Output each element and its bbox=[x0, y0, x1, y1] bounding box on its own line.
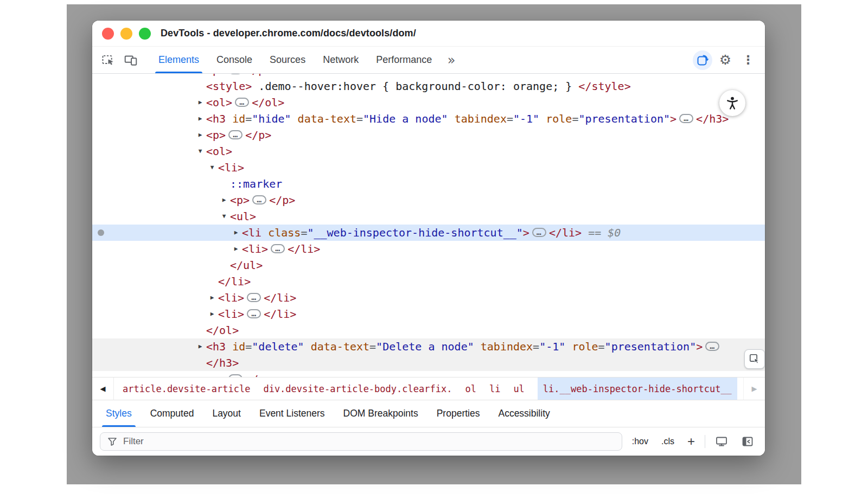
code-token-plain bbox=[261, 226, 268, 239]
dom-tree-row[interactable]: ▶<p>…</p> bbox=[92, 74, 765, 78]
zoom-window-button[interactable] bbox=[139, 28, 151, 40]
breadcrumb-scroll-right-button[interactable]: ▶ bbox=[743, 378, 765, 400]
inline-expand-button[interactable]: … bbox=[679, 114, 693, 123]
sidebar-tab-accessibility[interactable]: Accessibility bbox=[489, 400, 559, 427]
inline-expand-button[interactable]: … bbox=[271, 244, 285, 253]
toolbar-spacer bbox=[462, 47, 691, 73]
expand-arrow-icon[interactable]: ▶ bbox=[195, 74, 205, 78]
breadcrumb-item[interactable]: div.devsite-article-body.clearfix. bbox=[263, 378, 452, 400]
expand-arrow-icon[interactable]: ▶ bbox=[219, 192, 229, 208]
breadcrumb-item[interactable]: li.__web-inspector-hide-shortcut__ bbox=[538, 378, 737, 400]
dom-tree-row[interactable]: ▼<ol> bbox=[92, 143, 765, 159]
dom-tree-row[interactable]: ▶<li>…</li> bbox=[92, 290, 765, 306]
expand-arrow-icon[interactable]: ▶ bbox=[195, 338, 205, 355]
sidebar-tab-computed[interactable]: Computed bbox=[141, 400, 203, 427]
tab-network[interactable]: Network bbox=[314, 47, 367, 73]
dom-tree-row[interactable]: ▼<li> bbox=[92, 159, 765, 176]
inline-expand-button[interactable]: … bbox=[228, 130, 242, 139]
inline-expand-button[interactable]: … bbox=[247, 309, 261, 318]
sidebar-tab-event-listeners[interactable]: Event Listeners bbox=[250, 400, 334, 427]
code-token-tag: <style> bbox=[206, 80, 252, 93]
code-token-dim: = bbox=[572, 112, 578, 125]
collapse-arrow-icon[interactable]: ▼ bbox=[219, 208, 229, 225]
code-token-tag: <li> bbox=[218, 161, 244, 174]
tab-sources[interactable]: Sources bbox=[261, 47, 314, 73]
sidebar-tab-dom-breakpoints[interactable]: DOM Breakpoints bbox=[334, 400, 427, 427]
breadcrumb-bar: ◀ article.devsite-articlediv.devsite-art… bbox=[92, 377, 765, 400]
breadcrumb-scroll-left-button[interactable]: ◀ bbox=[92, 378, 114, 400]
expand-arrow-icon[interactable]: ▶ bbox=[195, 127, 205, 143]
scroll-into-view-button[interactable] bbox=[744, 349, 765, 369]
collapse-arrow-icon[interactable]: ▼ bbox=[195, 143, 205, 159]
filter-input[interactable]: Filter bbox=[100, 432, 622, 451]
sidebar-tab-styles[interactable]: Styles bbox=[97, 400, 141, 427]
code-token-tag: </li> bbox=[549, 226, 582, 239]
dom-tree-row[interactable]: ▶<p>…</p> bbox=[92, 192, 765, 208]
inline-expand-button[interactable]: … bbox=[228, 74, 242, 74]
breadcrumb-item[interactable]: ul bbox=[513, 378, 524, 400]
breadcrumb-item[interactable]: article.devsite-article bbox=[123, 378, 250, 400]
inline-expand-button[interactable]: … bbox=[532, 228, 546, 237]
inline-expand-button[interactable]: … bbox=[235, 98, 249, 107]
code-token-val: "__web-inspector-hide-shortcut__" bbox=[307, 226, 522, 239]
customize-devtools-button[interactable]: ⋮ bbox=[737, 47, 760, 73]
dom-tree-row[interactable]: ▶<ol>…</ol> bbox=[92, 94, 765, 111]
code-token-dim: = bbox=[245, 112, 252, 125]
breadcrumb-item[interactable]: ol bbox=[465, 378, 476, 400]
minimize-window-button[interactable] bbox=[120, 28, 132, 40]
collapse-arrow-icon[interactable]: ▼ bbox=[207, 159, 217, 176]
breadcrumb-item[interactable]: li bbox=[489, 378, 500, 400]
code-token-plain: .demo--hover:hover { background-color: o… bbox=[252, 80, 578, 93]
expand-arrow-icon[interactable]: ▶ bbox=[195, 371, 205, 377]
dom-tree-row[interactable]: </ol> bbox=[92, 322, 765, 338]
dom-tree-row[interactable]: </h3> bbox=[92, 355, 765, 371]
settings-button[interactable]: ⚙ bbox=[714, 47, 737, 73]
inline-expand-button[interactable]: … bbox=[247, 293, 261, 302]
sidebar-tab-properties[interactable]: Properties bbox=[427, 400, 489, 427]
cursor-square-icon bbox=[749, 353, 761, 365]
code-token-tag: </style> bbox=[578, 80, 630, 93]
inline-expand-button[interactable]: … bbox=[705, 342, 719, 351]
code-token-plain bbox=[226, 340, 232, 353]
dom-tree-row[interactable]: ▶<li>…</li> bbox=[92, 306, 765, 322]
expand-arrow-icon[interactable]: ▶ bbox=[231, 225, 241, 241]
devtools-window: DevTools - developer.chrome.com/docs/dev… bbox=[92, 21, 765, 456]
element-classes-button[interactable]: .cls bbox=[658, 434, 678, 449]
dom-tree-row[interactable]: ▶<li class="__web-inspector-hide-shortcu… bbox=[92, 225, 765, 241]
dom-tree-row[interactable]: ▶<h3 id="delete" data-text="Delete a nod… bbox=[92, 338, 765, 355]
dom-tree-row[interactable]: ▶<p>…</p> bbox=[92, 371, 765, 377]
tab-elements[interactable]: Elements bbox=[150, 47, 208, 73]
tab-console[interactable]: Console bbox=[208, 47, 261, 73]
code-token-dim: = bbox=[507, 112, 513, 125]
inline-expand-button[interactable]: … bbox=[252, 195, 266, 204]
sidebar-tab-layout[interactable]: Layout bbox=[203, 400, 250, 427]
code-token-dim: = bbox=[245, 340, 252, 353]
tab-performance[interactable]: Performance bbox=[367, 47, 441, 73]
code-token-pseudo: ::marker bbox=[230, 177, 282, 190]
more-panels-button[interactable]: » bbox=[441, 47, 462, 73]
dom-tree-row[interactable]: ▶<p>…</p> bbox=[92, 127, 765, 143]
new-style-rule-button[interactable]: + bbox=[684, 435, 698, 448]
toggle-sidebar-button[interactable] bbox=[738, 432, 757, 451]
extension-sync-button[interactable] bbox=[691, 47, 714, 73]
code-token-tag: <p> bbox=[206, 129, 226, 142]
dom-tree-row[interactable]: </ul> bbox=[92, 257, 765, 273]
close-window-button[interactable] bbox=[102, 28, 114, 40]
dom-tree-row[interactable]: ::marker bbox=[92, 176, 765, 192]
accessibility-floating-button[interactable] bbox=[719, 90, 745, 116]
toggle-element-state-button[interactable]: :hov bbox=[629, 434, 652, 449]
dom-tree-row[interactable]: ▶<li>…</li> bbox=[92, 241, 765, 257]
expand-arrow-icon[interactable]: ▶ bbox=[195, 94, 205, 111]
dom-tree-row[interactable]: ▼<ul> bbox=[92, 208, 765, 225]
inspect-element-button[interactable] bbox=[97, 47, 119, 73]
expand-arrow-icon[interactable]: ▶ bbox=[231, 241, 241, 257]
rendering-emulation-button[interactable] bbox=[712, 432, 731, 451]
code-token-tag: </li> bbox=[264, 291, 296, 304]
dom-tree-row[interactable]: ▶<h3 id="hide" data-text="Hide a node" t… bbox=[92, 111, 765, 127]
expand-arrow-icon[interactable]: ▶ bbox=[195, 111, 205, 127]
expand-arrow-icon[interactable]: ▶ bbox=[207, 306, 217, 322]
dom-tree-row[interactable]: </li> bbox=[92, 273, 765, 290]
toggle-device-toolbar-button[interactable] bbox=[119, 47, 142, 73]
expand-arrow-icon[interactable]: ▶ bbox=[207, 290, 217, 306]
dom-tree-row[interactable]: <style> .demo--hover:hover { background-… bbox=[92, 78, 765, 94]
